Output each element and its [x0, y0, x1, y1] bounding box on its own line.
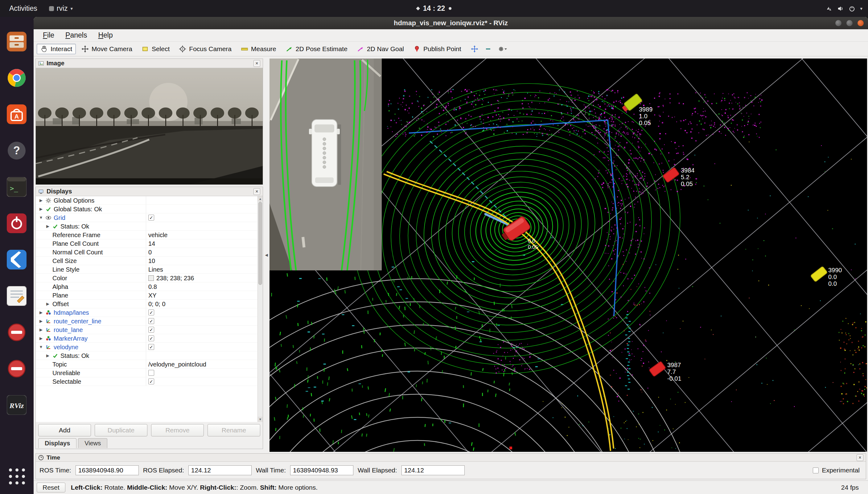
tool-measure[interactable]: Measure: [237, 44, 280, 54]
tool-focus-camera[interactable]: Focus Camera: [175, 44, 235, 54]
display-row-route-lane[interactable]: ▶route_lane: [36, 325, 257, 334]
maximize-button[interactable]: [846, 20, 853, 26]
menu-file[interactable]: File: [38, 30, 59, 40]
checkbox[interactable]: [148, 327, 154, 332]
chrome-icon[interactable]: [4, 65, 29, 90]
value-text[interactable]: 0: [148, 248, 152, 256]
blocked-app-2-icon[interactable]: [4, 356, 29, 381]
close-panel-icon[interactable]: ×: [856, 454, 863, 461]
experimental-toggle[interactable]: Experimental: [813, 467, 860, 474]
vscode-icon[interactable]: [4, 247, 29, 272]
image-panel-titlebar[interactable]: Image ×: [36, 59, 263, 68]
value-text[interactable]: /velodyne_pointcloud: [148, 360, 206, 369]
value-text[interactable]: 14: [148, 239, 155, 248]
display-row-unreliable[interactable]: Unreliable: [36, 369, 257, 377]
display-row-normal-cell-count[interactable]: Normal Cell Count0: [36, 248, 257, 256]
display-row-global-status-ok[interactable]: ▶Global Status: Ok: [36, 205, 257, 213]
clock[interactable]: 14 : 22: [417, 4, 452, 13]
display-row-plane-cell-count[interactable]: Plane Cell Count14: [36, 239, 257, 248]
display-row-status-ok[interactable]: ▶Status: Ok: [36, 352, 257, 360]
value-text[interactable]: 238; 238; 236: [156, 274, 194, 282]
time-panel-titlebar[interactable]: Time ×: [36, 454, 866, 462]
close-panel-icon[interactable]: ×: [253, 188, 260, 195]
text-editor-icon[interactable]: [4, 284, 29, 308]
help-icon[interactable]: ?: [4, 138, 29, 163]
3d-scene[interactable]: 39891.00.0539845.20.0539900.00.039877.7-…: [270, 58, 867, 452]
display-row-grid[interactable]: ▼Grid: [36, 213, 257, 222]
display-row-hdmap-lanes[interactable]: ▶hdmap/lanes: [36, 308, 257, 317]
blocked-app-1-icon[interactable]: [4, 320, 29, 345]
wall-elapsed-input[interactable]: [401, 466, 465, 475]
display-row-velodyne[interactable]: ▼velodyne: [36, 343, 257, 352]
checkbox[interactable]: [148, 344, 154, 350]
tool-publish-point[interactable]: Publish Point: [410, 44, 465, 54]
expander-icon[interactable]: ▶: [38, 308, 44, 317]
ros-time-input[interactable]: [75, 466, 139, 475]
value-text[interactable]: XY: [148, 291, 157, 300]
expander-icon[interactable]: ▶: [38, 325, 44, 334]
tab-views[interactable]: Views: [78, 438, 107, 448]
display-row-status-ok[interactable]: ▶Status: Ok: [36, 222, 257, 231]
add-button[interactable]: Add: [38, 424, 91, 436]
close-window-button[interactable]: [857, 20, 864, 26]
rviz-icon[interactable]: RViz: [4, 393, 29, 417]
tool-interact[interactable]: Interact: [37, 44, 76, 54]
display-row-reference-frame[interactable]: Reference Framevehicle: [36, 231, 257, 239]
expander-icon[interactable]: ▶: [38, 334, 44, 343]
titlebar[interactable]: hdmap_vis_new_ioniqw.rviz* - RViz: [34, 17, 868, 29]
expander-icon[interactable]: ▶: [38, 196, 44, 205]
value-text[interactable]: 0; 0; 0: [148, 300, 166, 308]
app-menu[interactable]: rviz ▾: [49, 4, 73, 13]
value-text[interactable]: Lines: [148, 265, 163, 274]
show-applications-button[interactable]: [7, 467, 26, 486]
tool-move-axis[interactable]: [469, 44, 481, 54]
checkbox[interactable]: [148, 318, 154, 324]
tool-move-camera[interactable]: Move Camera: [78, 44, 136, 54]
display-row-alpha[interactable]: Alpha0.8: [36, 282, 257, 291]
value-text[interactable]: vehicle: [148, 231, 167, 239]
expander-icon[interactable]: ▶: [45, 300, 51, 308]
display-row-global-options[interactable]: ▶Global Options: [36, 196, 257, 205]
checkbox[interactable]: [148, 370, 154, 376]
expander-icon[interactable]: ▶: [38, 317, 44, 325]
tab-displays[interactable]: Displays: [38, 438, 76, 448]
file-manager-icon[interactable]: [4, 29, 29, 54]
splitter-collapse-button[interactable]: ◀: [264, 251, 269, 259]
display-row-offset[interactable]: ▶Offset0; 0; 0: [36, 300, 257, 308]
tool-pose-estimate[interactable]: 2D Pose Estimate: [282, 44, 351, 54]
display-row-color[interactable]: Color238; 238; 236: [36, 274, 257, 282]
display-row-plane[interactable]: PlaneXY: [36, 291, 257, 300]
terminal-icon[interactable]: >_: [4, 175, 29, 199]
system-tray[interactable]: ▾: [826, 5, 863, 12]
display-row-route-center-line[interactable]: ▶route_center_line: [36, 317, 257, 325]
tool-select[interactable]: Select: [138, 44, 173, 54]
expander-icon[interactable]: ▼: [38, 213, 44, 222]
checkbox[interactable]: [148, 379, 154, 384]
red-app-icon[interactable]: [4, 211, 29, 235]
checkbox[interactable]: [148, 309, 154, 316]
menu-panels[interactable]: Panels: [60, 30, 92, 40]
displays-panel-titlebar[interactable]: Displays ×: [36, 187, 263, 196]
expander-icon[interactable]: ▶: [45, 222, 51, 231]
tool-zoom-out[interactable]: [482, 44, 494, 54]
expander-icon[interactable]: ▼: [38, 343, 44, 352]
scrollbar-thumb[interactable]: [258, 202, 262, 285]
scroll-up-icon[interactable]: ▲: [258, 196, 263, 202]
ros-elapsed-input[interactable]: [188, 466, 252, 475]
value-text[interactable]: 10: [148, 256, 155, 265]
checkbox[interactable]: [148, 215, 154, 221]
tool-nav-goal[interactable]: 2D Nav Goal: [353, 44, 408, 54]
ubuntu-software-icon[interactable]: A: [4, 102, 29, 127]
menu-help[interactable]: Help: [93, 30, 117, 40]
expander-icon[interactable]: ▶: [45, 352, 51, 360]
tool-camera-viewpoint[interactable]: [496, 44, 509, 54]
experimental-checkbox[interactable]: [813, 468, 819, 473]
render-viewport[interactable]: 39891.00.0539845.20.0539900.00.039877.7-…: [270, 58, 867, 452]
display-row-line-style[interactable]: Line StyleLines: [36, 265, 257, 274]
value-text[interactable]: 0.8: [148, 282, 157, 291]
checkbox[interactable]: [148, 336, 154, 341]
activities-button[interactable]: Activities: [6, 3, 40, 14]
scroll-down-icon[interactable]: ▼: [258, 417, 263, 422]
scrollbar[interactable]: ▲ ▼: [257, 196, 263, 422]
minimize-button[interactable]: [835, 20, 842, 26]
